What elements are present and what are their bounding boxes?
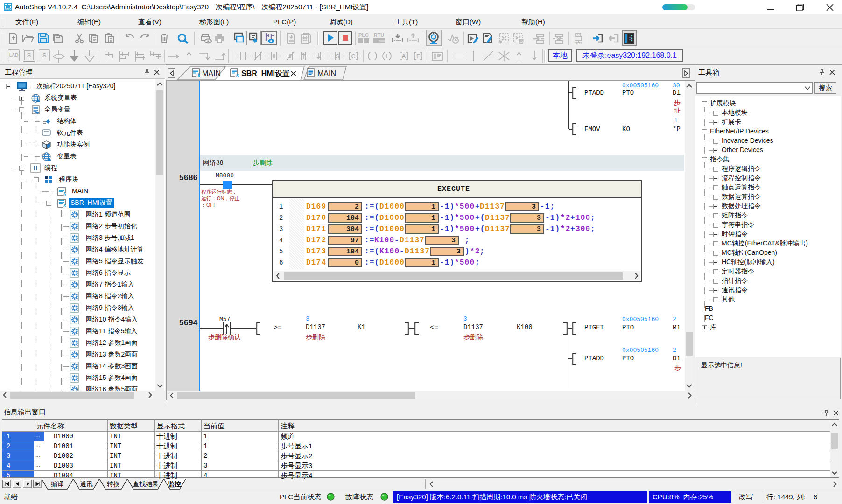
svg-text:TE ST: TE ST bbox=[574, 42, 582, 45]
svg-text:s: s bbox=[236, 72, 239, 77]
svg-text:S: S bbox=[336, 53, 340, 60]
svg-text:RTU: RTU bbox=[374, 33, 385, 38]
svg-text:s: s bbox=[63, 203, 66, 208]
svg-text:AUTO: AUTO bbox=[5, 7, 11, 10]
svg-text:C: C bbox=[351, 53, 356, 60]
svg-text:A: A bbox=[401, 53, 406, 60]
svg-text:M: M bbox=[198, 72, 201, 77]
svg-text:PLC: PLC bbox=[358, 33, 369, 38]
svg-text:M: M bbox=[63, 191, 66, 196]
svg-text:F: F bbox=[416, 53, 420, 60]
